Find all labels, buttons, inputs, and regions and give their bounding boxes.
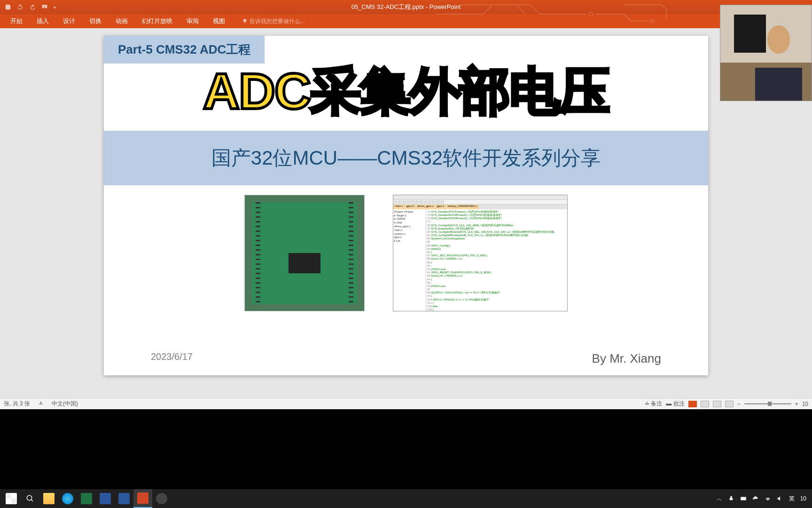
undo-icon[interactable] xyxy=(17,4,23,10)
zoom-out-button[interactable]: − xyxy=(737,401,741,407)
start-button[interactable] xyxy=(2,489,21,508)
taskbar-word[interactable] xyxy=(96,489,115,508)
redo-icon[interactable] xyxy=(29,4,36,10)
images-row: main.cgpio.hdemo_gpio.cgpio.cstartup_CMS… xyxy=(104,195,708,311)
reading-view-button[interactable] xyxy=(713,401,721,407)
tab-view[interactable]: 视图 xyxy=(206,14,232,28)
tab-review[interactable]: 审阅 xyxy=(180,14,205,28)
volume-icon[interactable] xyxy=(777,495,783,502)
slide-footer: 2023/6/17 By Mr. Xiang xyxy=(104,351,708,366)
sorter-view-button[interactable] xyxy=(701,401,709,407)
slide-date: 2023/6/17 xyxy=(151,351,193,366)
tab-transitions[interactable]: 切换 xyxy=(83,14,108,28)
wifi-icon[interactable] xyxy=(765,495,771,502)
qat-dropdown-icon[interactable]: ▾ xyxy=(54,5,56,10)
tab-home[interactable]: 开始 xyxy=(4,14,29,28)
ide-tree: Project: Project▸ Target 1 ▸ CMSIS ▸ Use… xyxy=(393,209,426,311)
sub-banner: 国产32位MCU——CMS32软件开发系列分享 xyxy=(104,131,708,185)
decorative-circuit xyxy=(436,0,718,28)
part-banner: Part-5 CMS32 ADC工程 xyxy=(104,36,265,64)
zoom-in-button[interactable]: + xyxy=(795,401,798,407)
slide-count: 张, 共 3 张 xyxy=(4,400,30,408)
pcb-image xyxy=(244,195,365,311)
keyboard-icon[interactable] xyxy=(740,495,747,502)
title-bar: ▾ 05_CMS 32-ADC工程.pptx - PowerPoint xyxy=(0,0,812,14)
slideshow-icon[interactable] xyxy=(41,4,48,10)
clock[interactable]: 10 xyxy=(800,495,806,502)
taskbar-powerpoint[interactable] xyxy=(133,489,152,508)
language-indicator[interactable]: 中文(中国) xyxy=(52,400,78,408)
svg-point-1 xyxy=(589,12,593,16)
system-tray: ︿ 英 10 xyxy=(717,495,810,503)
comments-button[interactable]: ▬ 批注 xyxy=(666,400,684,408)
part-banner-text: Part-5 CMS32 ADC工程 xyxy=(118,41,250,58)
webcam-overlay xyxy=(720,5,812,101)
taskbar-files[interactable] xyxy=(39,489,58,508)
save-icon[interactable] xyxy=(5,4,11,10)
microphone-icon[interactable] xyxy=(728,495,734,502)
tab-slideshow[interactable]: 幻灯片放映 xyxy=(135,14,179,28)
tab-animations[interactable]: 动画 xyxy=(109,14,134,28)
zoom-level[interactable]: 10 xyxy=(802,401,808,407)
normal-view-button[interactable] xyxy=(688,401,697,407)
svg-point-3 xyxy=(27,495,32,500)
tell-me-search[interactable]: 告诉我您想要做什么... xyxy=(242,17,305,25)
slide-author: By Mr. Xiang xyxy=(592,351,661,366)
slide-canvas[interactable]: Part-5 CMS32 ADC工程 ADC采集外部电压 国产32位MCU——C… xyxy=(104,36,708,375)
taskbar-edge[interactable] xyxy=(58,489,77,508)
ide-code: 74 SYS_DisableGPIOProtect(); //关闭GPIO的锁存… xyxy=(426,209,567,311)
svg-point-2 xyxy=(651,20,654,23)
taskbar-word2[interactable] xyxy=(115,489,133,508)
ide-screenshot: main.cgpio.hdemo_gpio.cgpio.cstartup_CMS… xyxy=(393,195,568,311)
slide-subtitle: 国产32位MCU——CMS32软件开发系列分享 xyxy=(123,145,689,171)
ime-indicator[interactable]: 英 xyxy=(789,495,795,503)
tab-design[interactable]: 设计 xyxy=(56,14,82,28)
spellcheck-icon[interactable] xyxy=(38,401,44,407)
search-button[interactable] xyxy=(21,489,39,508)
tab-insert[interactable]: 插入 xyxy=(30,14,55,28)
status-bar: 张, 共 3 张 中文(中国) ≐ 备注 ▬ 批注 − + 10 xyxy=(0,398,812,409)
taskbar-excel[interactable] xyxy=(77,489,96,508)
slide-main-title: ADC采集外部电压 xyxy=(104,64,708,119)
tray-chevron-icon[interactable]: ︿ xyxy=(717,495,722,503)
notes-button[interactable]: ≐ 备注 xyxy=(645,400,662,408)
svg-rect-4 xyxy=(741,497,746,500)
taskbar: ︿ 英 10 xyxy=(0,489,812,508)
slideshow-view-button[interactable] xyxy=(725,401,734,407)
lightbulb-icon xyxy=(242,18,248,24)
tell-me-placeholder: 告诉我您想要做什么... xyxy=(250,17,305,25)
zoom-slider[interactable] xyxy=(744,403,791,405)
onedrive-icon[interactable] xyxy=(752,495,759,502)
taskbar-app[interactable] xyxy=(152,489,171,508)
slide-editor-area: Part-5 CMS32 ADC工程 ADC采集外部电压 国产32位MCU——C… xyxy=(0,28,812,393)
